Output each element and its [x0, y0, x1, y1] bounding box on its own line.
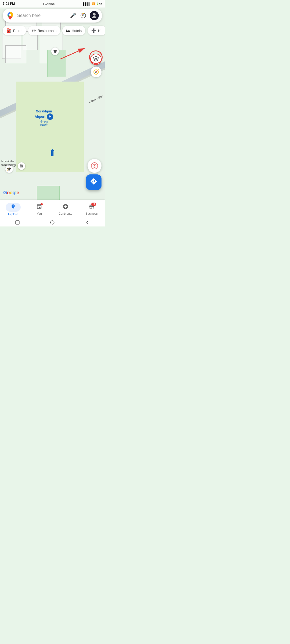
google-maps-logo: [6, 11, 15, 20]
ranidiha-label: h ranidiha स्थान रानिदिहा: [1, 159, 16, 168]
nav-you[interactable]: You: [26, 200, 53, 219]
business-label: Business: [86, 212, 98, 215]
user-avatar[interactable]: [90, 11, 99, 20]
airport-name-hi: गोरखपुर एयरपोर्ट: [35, 120, 53, 127]
status-bar: 7:01 PM | 0.4KB/s ▌▌▌▌ 🛜 🔋47: [0, 0, 105, 8]
contribute-label: Contribute: [59, 212, 72, 215]
nav-explore[interactable]: Explore: [0, 200, 26, 219]
airport-icon: ✈: [47, 114, 53, 120]
svg-point-1: [81, 13, 86, 18]
bottom-nav: Explore You Contribute 11 Business: [0, 200, 105, 219]
chip-hotels-label: Hotels: [72, 29, 82, 33]
system-nav-bar: [0, 219, 105, 226]
chip-petrol[interactable]: ⛽ Petrol: [3, 26, 26, 35]
user-location-pin: ⬆: [48, 147, 56, 159]
search-bar[interactable]: Search here 🎤: [3, 9, 102, 23]
you-icon: [36, 204, 42, 211]
chip-hospital[interactable]: ➕ Ho: [88, 26, 105, 35]
contribute-icon: [63, 204, 68, 211]
directions-fab[interactable]: [86, 174, 102, 190]
battery-icon: 🔋47: [96, 2, 102, 5]
google-logo: Google: [3, 190, 19, 196]
compass-icon: 🧭: [93, 69, 99, 75]
compass-button[interactable]: 🧭: [91, 67, 102, 77]
svg-point-0: [9, 14, 11, 16]
chip-restaurants-label: Restaurants: [38, 29, 56, 33]
svg-point-11: [50, 221, 54, 224]
directions-icon: [90, 178, 97, 187]
chip-petrol-label: Petrol: [13, 29, 22, 33]
explore-label: Explore: [8, 213, 18, 216]
google-lens-icon[interactable]: [79, 12, 87, 19]
layers-button[interactable]: [90, 54, 102, 65]
hospital-icon: ➕: [91, 28, 96, 33]
locate-me-button[interactable]: [88, 159, 102, 173]
recent-apps-button[interactable]: [15, 219, 20, 225]
svg-point-5: [94, 165, 95, 167]
restaurants-icon: 🍽: [32, 28, 36, 33]
map-block: [5, 45, 26, 64]
chip-hospital-label: Ho: [98, 29, 103, 33]
you-notification-dot: [41, 203, 43, 205]
status-right-icons: ▌▌▌▌ 🛜 🔋47: [83, 2, 102, 5]
layers-icon: [93, 56, 99, 63]
wifi-icon: 🛜: [92, 2, 95, 5]
petrol-icon: ⛽: [6, 28, 12, 33]
nav-business[interactable]: 11 Business: [79, 200, 105, 219]
status-time: 7:01 PM: [3, 2, 15, 6]
airport-label: Gorakhpur Airport ✈ गोरखपुर एयरपोर्ट: [35, 109, 53, 127]
airport-name-en: Gorakhpur Airport ✈: [35, 109, 53, 119]
status-speed: | 0.4KB/s: [43, 2, 55, 5]
category-chips: ⛽ Petrol 🍽 Restaurants 🛏 Hotels ➕ Ho: [0, 25, 105, 36]
svg-rect-10: [16, 221, 19, 224]
crosshair-icon: [91, 162, 98, 169]
back-button[interactable]: [84, 219, 90, 225]
home-button[interactable]: [49, 219, 55, 225]
nav-contribute[interactable]: Contribute: [52, 200, 79, 219]
signal-icon: ▌▌▌▌: [83, 2, 90, 5]
explore-icon: [10, 204, 16, 211]
road-label: Kasia - Gor: [88, 94, 103, 104]
chip-restaurants[interactable]: 🍽 Restaurants: [28, 26, 60, 35]
you-label: You: [37, 212, 42, 215]
chip-hotels[interactable]: 🛏 Hotels: [62, 26, 85, 35]
microphone-icon[interactable]: 🎤: [69, 12, 77, 19]
hotels-icon: 🛏: [66, 28, 70, 33]
business-badge: 11: [91, 203, 96, 206]
business-icon: 11: [89, 204, 95, 211]
search-placeholder[interactable]: Search here: [17, 13, 67, 18]
